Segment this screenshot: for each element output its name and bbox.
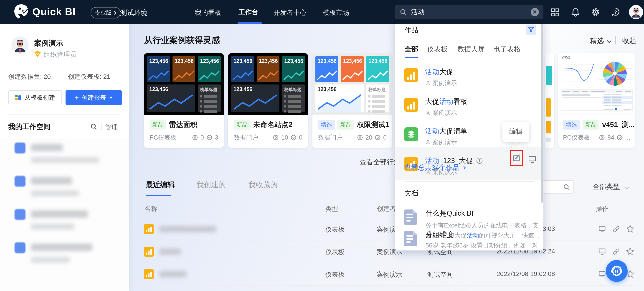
blurred-text — [31, 157, 99, 163]
card-type: PC仪表板 — [563, 133, 590, 142]
spreadsheet-layers-icon — [404, 127, 418, 141]
blurred-row-name — [159, 271, 186, 277]
workspace-list — [0, 138, 129, 291]
featured-filter-select[interactable]: 精选 — [590, 36, 611, 46]
apps-grid-icon[interactable] — [551, 8, 560, 17]
doc-title: 分组维度 — [426, 230, 454, 239]
case-card[interactable]: 123,456 123,456 123,456 123,456 — [228, 53, 308, 148]
stat-dashboards: 创建仪表板: 21 — [68, 72, 110, 81]
panel-tab-spreadsheet[interactable]: 电子表格 — [493, 45, 521, 54]
search-icon — [563, 183, 570, 191]
favorites-icon — [616, 134, 623, 141]
tag-new: 新品 — [338, 120, 354, 130]
views-icon — [272, 134, 279, 141]
create-report-button[interactable]: + 创建报表 ▼ — [66, 90, 122, 105]
view-all-works-link[interactable]: 查看总共34个作品 — [404, 163, 465, 172]
favorites-icon — [206, 134, 212, 141]
case-card[interactable]: v451 — [558, 53, 635, 148]
favorite-star-icon[interactable] — [626, 247, 634, 256]
environment-name[interactable]: 测试环境 — [120, 8, 148, 18]
tab-my-favorites[interactable]: 我收藏的 — [248, 180, 278, 190]
share-link-icon[interactable] — [612, 225, 620, 233]
user-avatar[interactable] — [629, 5, 643, 19]
open-monitor-icon[interactable] — [598, 247, 606, 256]
workspace-item-icon[interactable] — [14, 209, 26, 220]
info-icon[interactable] — [476, 157, 483, 164]
settings-gear-icon[interactable] — [591, 7, 600, 17]
create-from-template-button[interactable]: 从模板创建 — [8, 90, 62, 105]
workspace-item-icon[interactable] — [14, 242, 26, 253]
docs-section-label: 文档 — [404, 188, 418, 198]
case-card[interactable]: 123,456 123,456 123,456 123,456 — [312, 53, 392, 148]
panel-tab-all[interactable]: 全部 — [404, 45, 418, 54]
favorites-icon — [290, 134, 297, 141]
tab-recently-edited[interactable]: 最近编辑 — [146, 180, 175, 190]
nav-template-market[interactable]: 模板市场 — [323, 8, 349, 17]
workspace-item-icon[interactable] — [14, 176, 26, 187]
search-input[interactable] — [410, 8, 527, 16]
active-tab-underline — [146, 195, 171, 196]
views-count: 84 — [607, 134, 614, 141]
column-header-name[interactable]: 名称 — [145, 204, 158, 213]
panel-tab-data-screen[interactable]: 数据大屏 — [458, 45, 485, 54]
sidebar: 案例演示 组织管理员 创建数据集: 20 创建仪表板: 21 从模板创建 + 创… — [0, 24, 129, 291]
table-row[interactable]: 仪表板 案例演示 测试空间 2022/12/08 19:02:24 — [136, 240, 635, 263]
tab-created-by-me[interactable]: 我创建的 — [196, 180, 226, 190]
row-space: 测试空间 — [427, 270, 453, 279]
share-link-icon[interactable] — [612, 247, 620, 256]
help-icon[interactable]: ? — [611, 7, 620, 17]
views-count: 10 — [281, 134, 288, 141]
list-title: 榜单标题 — [200, 87, 218, 93]
preview-monitor-icon[interactable] — [528, 155, 537, 164]
plus-icon: + — [75, 94, 79, 101]
global-search-box[interactable]: ✕ — [395, 5, 544, 19]
blurred-text — [31, 257, 70, 263]
sidebar-user-role: 组织管理员 — [44, 50, 77, 59]
column-header-operations: 操作 — [596, 204, 608, 213]
favorites-count: 3 — [215, 134, 218, 141]
chevron-right-icon — [113, 11, 116, 15]
nav-workbench[interactable]: 工作台 — [238, 8, 258, 17]
edit-icon[interactable] — [512, 153, 521, 163]
column-header-type[interactable]: 类型 — [326, 204, 338, 213]
customer-service-chat-button[interactable] — [606, 260, 628, 282]
quickbi-logo-icon[interactable] — [13, 4, 30, 21]
clear-search-icon[interactable]: ✕ — [531, 8, 539, 16]
case-card[interactable]: 123,456 123,456 123,456 123,456 — [144, 53, 224, 148]
filter-button[interactable] — [526, 25, 536, 35]
search-result-item[interactable]: 大促活动看板 案例演示 — [395, 94, 544, 123]
workspace-manage-link[interactable]: 管理 — [105, 123, 118, 132]
table-row[interactable]: 仪表板 案例演示 测试空间 2022/12/08 19:02:08 — [136, 263, 635, 285]
column-header-creator[interactable]: 创建者 — [377, 204, 396, 213]
type-filter-select[interactable]: 全部类型 — [592, 182, 628, 191]
panel-tab-dashboard[interactable]: 仪表板 — [427, 45, 448, 54]
card-name: v451_测... — [602, 120, 635, 130]
workspace-title: 我的工作空间 — [8, 122, 50, 132]
workspace-item-icon[interactable] — [14, 143, 26, 153]
dropdown-scrollbar[interactable] — [541, 22, 543, 203]
workspace-search-icon[interactable] — [90, 123, 98, 130]
role-badge-icon — [34, 51, 41, 57]
active-tab-underline — [404, 57, 418, 58]
card-name: 未命名站点2 — [253, 120, 292, 130]
open-monitor-icon[interactable] — [598, 270, 606, 278]
blurred-text — [31, 224, 74, 229]
notifications-bell-icon[interactable] — [571, 7, 580, 17]
doc-result-item[interactable]: 分组维度 56岁 老年≥56岁 设置日期分组。例如，对日 期字段分组，划分活动阶… — [395, 229, 544, 250]
edition-badge[interactable]: 专业版 — [90, 7, 120, 19]
row-type: 仪表板 — [326, 270, 344, 279]
tab-divider — [404, 57, 534, 57]
sidebar-user-name: 案例演示 — [34, 38, 63, 48]
headset-icon — [610, 264, 624, 278]
favorite-star-icon[interactable] — [626, 224, 634, 233]
row-creator: 案例演示 — [377, 270, 402, 279]
open-monitor-icon[interactable] — [598, 225, 606, 233]
nav-developer-center[interactable]: 开发者中心 — [274, 8, 306, 17]
dashboard-icon — [144, 224, 154, 234]
nav-my-boards[interactable]: 我的看板 — [195, 8, 221, 17]
table-row[interactable]: 仪表板 案例演示 测试空间 2022/12/08 19:03:03 — [136, 218, 635, 240]
collapse-link[interactable]: 收起 — [622, 36, 636, 46]
works-section-label: 作品 — [404, 26, 418, 35]
favorites-count: 0 — [299, 134, 302, 141]
search-result-item[interactable]: 活动大促 案例演示 — [395, 64, 544, 94]
